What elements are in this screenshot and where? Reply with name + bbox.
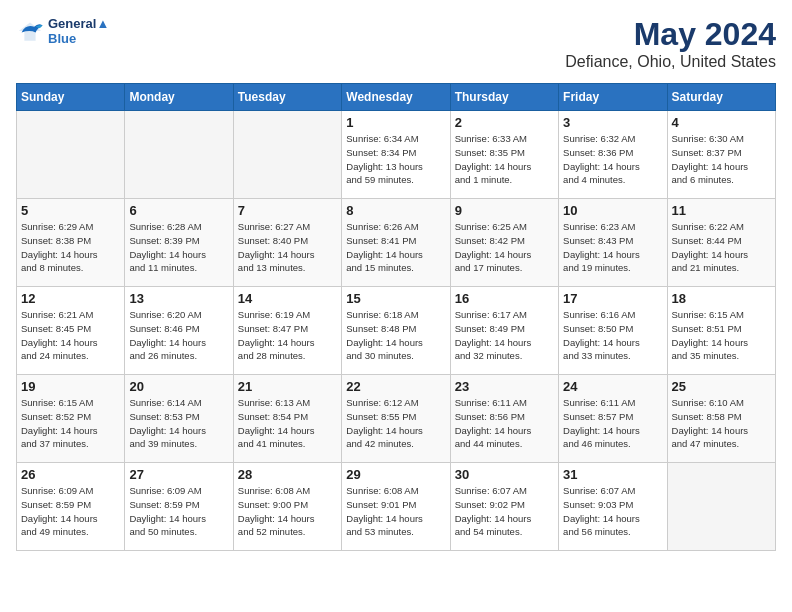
day-info: Sunrise: 6:15 AMSunset: 8:52 PMDaylight:… [21, 396, 120, 451]
day-info: Sunrise: 6:32 AMSunset: 8:36 PMDaylight:… [563, 132, 662, 187]
day-number: 28 [238, 467, 337, 482]
calendar-cell: 14Sunrise: 6:19 AMSunset: 8:47 PMDayligh… [233, 287, 341, 375]
day-number: 4 [672, 115, 771, 130]
day-header-saturday: Saturday [667, 84, 775, 111]
day-info: Sunrise: 6:12 AMSunset: 8:55 PMDaylight:… [346, 396, 445, 451]
calendar-cell: 23Sunrise: 6:11 AMSunset: 8:56 PMDayligh… [450, 375, 558, 463]
calendar-cell: 7Sunrise: 6:27 AMSunset: 8:40 PMDaylight… [233, 199, 341, 287]
calendar-header: SundayMondayTuesdayWednesdayThursdayFrid… [17, 84, 776, 111]
day-number: 17 [563, 291, 662, 306]
calendar-cell: 24Sunrise: 6:11 AMSunset: 8:57 PMDayligh… [559, 375, 667, 463]
day-info: Sunrise: 6:33 AMSunset: 8:35 PMDaylight:… [455, 132, 554, 187]
day-info: Sunrise: 6:13 AMSunset: 8:54 PMDaylight:… [238, 396, 337, 451]
day-number: 21 [238, 379, 337, 394]
day-info: Sunrise: 6:26 AMSunset: 8:41 PMDaylight:… [346, 220, 445, 275]
day-header-monday: Monday [125, 84, 233, 111]
calendar-cell: 26Sunrise: 6:09 AMSunset: 8:59 PMDayligh… [17, 463, 125, 551]
title-block: May 2024 Defiance, Ohio, United States [565, 16, 776, 71]
day-info: Sunrise: 6:27 AMSunset: 8:40 PMDaylight:… [238, 220, 337, 275]
day-info: Sunrise: 6:08 AMSunset: 9:01 PMDaylight:… [346, 484, 445, 539]
calendar-cell: 31Sunrise: 6:07 AMSunset: 9:03 PMDayligh… [559, 463, 667, 551]
calendar-week-3: 12Sunrise: 6:21 AMSunset: 8:45 PMDayligh… [17, 287, 776, 375]
day-info: Sunrise: 6:07 AMSunset: 9:02 PMDaylight:… [455, 484, 554, 539]
logo-text: General▲ Blue [48, 16, 109, 46]
calendar-cell: 27Sunrise: 6:09 AMSunset: 8:59 PMDayligh… [125, 463, 233, 551]
calendar-cell: 9Sunrise: 6:25 AMSunset: 8:42 PMDaylight… [450, 199, 558, 287]
day-header-tuesday: Tuesday [233, 84, 341, 111]
calendar-cell [233, 111, 341, 199]
day-number: 31 [563, 467, 662, 482]
calendar-cell: 25Sunrise: 6:10 AMSunset: 8:58 PMDayligh… [667, 375, 775, 463]
day-number: 9 [455, 203, 554, 218]
calendar-week-1: 1Sunrise: 6:34 AMSunset: 8:34 PMDaylight… [17, 111, 776, 199]
calendar-cell: 16Sunrise: 6:17 AMSunset: 8:49 PMDayligh… [450, 287, 558, 375]
day-info: Sunrise: 6:18 AMSunset: 8:48 PMDaylight:… [346, 308, 445, 363]
day-info: Sunrise: 6:29 AMSunset: 8:38 PMDaylight:… [21, 220, 120, 275]
day-info: Sunrise: 6:19 AMSunset: 8:47 PMDaylight:… [238, 308, 337, 363]
day-info: Sunrise: 6:10 AMSunset: 8:58 PMDaylight:… [672, 396, 771, 451]
calendar-cell [17, 111, 125, 199]
day-number: 8 [346, 203, 445, 218]
sub-title: Defiance, Ohio, United States [565, 53, 776, 71]
day-info: Sunrise: 6:16 AMSunset: 8:50 PMDaylight:… [563, 308, 662, 363]
calendar-cell: 18Sunrise: 6:15 AMSunset: 8:51 PMDayligh… [667, 287, 775, 375]
calendar-week-5: 26Sunrise: 6:09 AMSunset: 8:59 PMDayligh… [17, 463, 776, 551]
day-info: Sunrise: 6:15 AMSunset: 8:51 PMDaylight:… [672, 308, 771, 363]
day-number: 16 [455, 291, 554, 306]
day-number: 29 [346, 467, 445, 482]
day-number: 14 [238, 291, 337, 306]
calendar-week-2: 5Sunrise: 6:29 AMSunset: 8:38 PMDaylight… [17, 199, 776, 287]
calendar-cell: 29Sunrise: 6:08 AMSunset: 9:01 PMDayligh… [342, 463, 450, 551]
day-info: Sunrise: 6:07 AMSunset: 9:03 PMDaylight:… [563, 484, 662, 539]
calendar-cell: 10Sunrise: 6:23 AMSunset: 8:43 PMDayligh… [559, 199, 667, 287]
calendar-cell: 22Sunrise: 6:12 AMSunset: 8:55 PMDayligh… [342, 375, 450, 463]
day-info: Sunrise: 6:09 AMSunset: 8:59 PMDaylight:… [21, 484, 120, 539]
calendar-cell: 6Sunrise: 6:28 AMSunset: 8:39 PMDaylight… [125, 199, 233, 287]
header-row: SundayMondayTuesdayWednesdayThursdayFrid… [17, 84, 776, 111]
calendar-cell [125, 111, 233, 199]
day-info: Sunrise: 6:20 AMSunset: 8:46 PMDaylight:… [129, 308, 228, 363]
day-number: 30 [455, 467, 554, 482]
day-number: 13 [129, 291, 228, 306]
day-header-friday: Friday [559, 84, 667, 111]
day-info: Sunrise: 6:28 AMSunset: 8:39 PMDaylight:… [129, 220, 228, 275]
day-number: 20 [129, 379, 228, 394]
calendar-cell: 12Sunrise: 6:21 AMSunset: 8:45 PMDayligh… [17, 287, 125, 375]
calendar-cell: 28Sunrise: 6:08 AMSunset: 9:00 PMDayligh… [233, 463, 341, 551]
calendar-week-4: 19Sunrise: 6:15 AMSunset: 8:52 PMDayligh… [17, 375, 776, 463]
day-number: 22 [346, 379, 445, 394]
calendar-cell: 15Sunrise: 6:18 AMSunset: 8:48 PMDayligh… [342, 287, 450, 375]
day-number: 25 [672, 379, 771, 394]
calendar-body: 1Sunrise: 6:34 AMSunset: 8:34 PMDaylight… [17, 111, 776, 551]
day-number: 1 [346, 115, 445, 130]
day-info: Sunrise: 6:08 AMSunset: 9:00 PMDaylight:… [238, 484, 337, 539]
calendar-cell: 3Sunrise: 6:32 AMSunset: 8:36 PMDaylight… [559, 111, 667, 199]
calendar-cell: 17Sunrise: 6:16 AMSunset: 8:50 PMDayligh… [559, 287, 667, 375]
calendar-cell: 5Sunrise: 6:29 AMSunset: 8:38 PMDaylight… [17, 199, 125, 287]
day-info: Sunrise: 6:23 AMSunset: 8:43 PMDaylight:… [563, 220, 662, 275]
day-info: Sunrise: 6:09 AMSunset: 8:59 PMDaylight:… [129, 484, 228, 539]
calendar-cell: 1Sunrise: 6:34 AMSunset: 8:34 PMDaylight… [342, 111, 450, 199]
day-info: Sunrise: 6:34 AMSunset: 8:34 PMDaylight:… [346, 132, 445, 187]
calendar-cell: 8Sunrise: 6:26 AMSunset: 8:41 PMDaylight… [342, 199, 450, 287]
calendar-cell [667, 463, 775, 551]
day-number: 5 [21, 203, 120, 218]
calendar-table: SundayMondayTuesdayWednesdayThursdayFrid… [16, 83, 776, 551]
day-info: Sunrise: 6:17 AMSunset: 8:49 PMDaylight:… [455, 308, 554, 363]
calendar-cell: 21Sunrise: 6:13 AMSunset: 8:54 PMDayligh… [233, 375, 341, 463]
logo: General▲ Blue [16, 16, 109, 46]
day-header-wednesday: Wednesday [342, 84, 450, 111]
logo-icon [16, 17, 44, 45]
calendar-cell: 11Sunrise: 6:22 AMSunset: 8:44 PMDayligh… [667, 199, 775, 287]
day-number: 24 [563, 379, 662, 394]
day-header-thursday: Thursday [450, 84, 558, 111]
calendar-cell: 19Sunrise: 6:15 AMSunset: 8:52 PMDayligh… [17, 375, 125, 463]
day-number: 7 [238, 203, 337, 218]
calendar-cell: 20Sunrise: 6:14 AMSunset: 8:53 PMDayligh… [125, 375, 233, 463]
day-number: 11 [672, 203, 771, 218]
day-number: 10 [563, 203, 662, 218]
day-header-sunday: Sunday [17, 84, 125, 111]
day-number: 15 [346, 291, 445, 306]
day-number: 6 [129, 203, 228, 218]
main-title: May 2024 [565, 16, 776, 53]
